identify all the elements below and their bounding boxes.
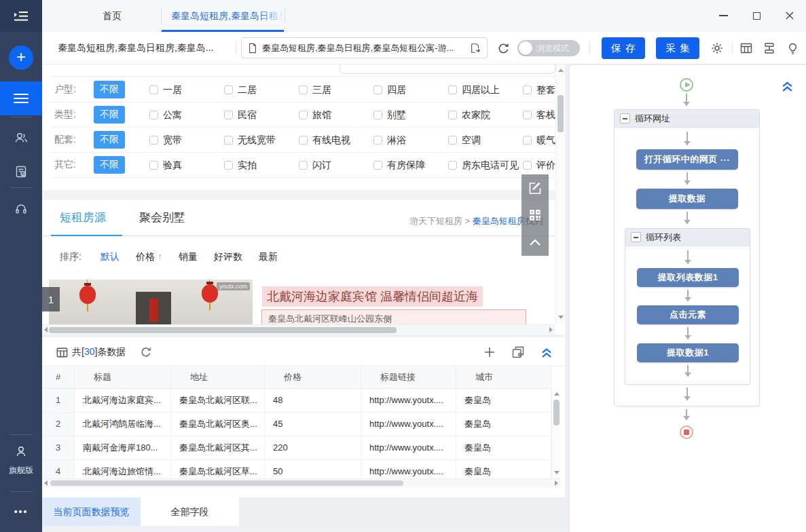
checkbox[interactable] — [224, 111, 233, 119]
sort-option[interactable]: 好评数 — [214, 251, 242, 263]
workflow-end-icon[interactable] — [680, 425, 693, 439]
filter-option[interactable]: 二居 — [224, 77, 299, 102]
collapse-up-button[interactable] — [521, 229, 549, 256]
table-row[interactable]: 4北戴河海边旅馆情...秦皇岛北戴河区草...50http://www.yout… — [42, 460, 551, 478]
webpage-vertical-scrollbar[interactable] — [555, 64, 565, 324]
new-task-button[interactable]: + — [9, 45, 33, 70]
scrollbar-thumb[interactable] — [557, 95, 564, 132]
webpage-horizontal-scrollbar[interactable] — [42, 324, 555, 335]
table-vertical-scrollbar[interactable] — [551, 389, 561, 478]
filter-option[interactable]: 别墅 — [373, 102, 448, 128]
table-horizontal-scrollbar[interactable] — [42, 478, 561, 487]
collapse-sidebar-button[interactable] — [0, 0, 42, 32]
checkbox[interactable] — [299, 111, 308, 119]
qr-code-button[interactable] — [521, 202, 549, 229]
window-close-button[interactable] — [777, 3, 802, 28]
checkbox[interactable] — [523, 161, 532, 170]
data-table-view-button[interactable] — [739, 41, 754, 56]
checkbox[interactable] — [373, 136, 382, 145]
sidebar-item-account[interactable] — [0, 440, 42, 463]
checkbox[interactable] — [448, 86, 457, 94]
filter-option[interactable]: 三居 — [299, 77, 373, 102]
sort-option[interactable]: 最新 — [259, 251, 278, 263]
collapse-step-icon[interactable] — [620, 113, 630, 124]
filter-option[interactable]: 农家院 — [448, 102, 523, 128]
filter-option[interactable]: 暖气 — [523, 128, 557, 153]
filter-option[interactable]: 整套 — [523, 77, 557, 102]
filter-option[interactable]: 一居 — [149, 77, 224, 102]
sidebar-item-team[interactable] — [0, 121, 42, 155]
filter-option[interactable]: 验真 — [149, 153, 224, 178]
sidebar-item-tasks[interactable] — [0, 81, 42, 115]
checkbox[interactable] — [299, 136, 308, 145]
filter-option[interactable]: 闪订 — [299, 153, 373, 178]
filter-option[interactable]: 公寓 — [149, 102, 224, 128]
checkbox[interactable] — [373, 111, 382, 119]
checkbox[interactable] — [448, 161, 457, 170]
filter-option[interactable]: 房东电话可见 — [448, 153, 523, 178]
checkbox[interactable] — [523, 86, 532, 94]
sidebar-item-support[interactable] — [0, 191, 42, 225]
filter-unlimited-button[interactable]: 不限 — [94, 106, 125, 124]
checkbox[interactable] — [224, 86, 233, 94]
webpage-tab-short-rent[interactable]: 短租房源 — [60, 210, 106, 225]
table-row[interactable]: 3南戴河金海岸180...秦皇岛北戴河区其...220http://www.yo… — [42, 436, 551, 460]
tab-all-fields[interactable]: 全部字段 — [141, 497, 239, 526]
workflow-start-icon[interactable] — [680, 78, 693, 92]
save-button[interactable]: 保存 — [602, 37, 645, 59]
step-extract-data[interactable]: 提取数据 — [636, 189, 738, 209]
refresh-data-button[interactable] — [139, 345, 153, 360]
checkbox[interactable] — [448, 136, 457, 145]
filter-unlimited-button[interactable]: 不限 — [94, 131, 125, 149]
collapse-panel-button[interactable] — [539, 345, 554, 360]
url-input[interactable]: 秦皇岛短租房,秦皇岛日租房,秦皇岛短租公寓-游... — [241, 37, 488, 58]
window-maximize-button[interactable] — [744, 3, 769, 28]
checkbox[interactable] — [373, 86, 382, 94]
add-field-button[interactable] — [482, 345, 497, 360]
filter-option[interactable]: 宽带 — [149, 128, 224, 153]
step-open-loop-page[interactable]: 打开循环中的网页··· — [636, 149, 738, 170]
tips-bulb-button[interactable] — [785, 41, 800, 56]
listing-title-selected[interactable]: 北戴河海边家庭宾馆 温馨情侣间超近海 — [262, 286, 483, 307]
filter-option[interactable]: 客栈 — [523, 102, 557, 128]
table-row[interactable]: 2北戴河鸿鹄居临海...秦皇岛北戴河区奥...45http://www.yout… — [42, 413, 551, 436]
collapse-workflow-button[interactable] — [781, 80, 794, 92]
checkbox[interactable] — [299, 86, 308, 94]
checkbox[interactable] — [149, 86, 158, 94]
filter-option[interactable]: 旅馆 — [299, 102, 373, 128]
checkbox[interactable] — [149, 161, 158, 170]
webpage-tab-party-villa[interactable]: 聚会别墅 — [139, 210, 185, 225]
filter-option[interactable]: 无线宽带 — [224, 128, 299, 153]
checkbox[interactable] — [149, 111, 158, 119]
tab-home[interactable]: 首页 — [85, 0, 139, 32]
more-menu-button[interactable]: ••• — [0, 506, 42, 517]
filter-option[interactable]: 空调 — [448, 128, 523, 153]
window-minimize-button[interactable] — [711, 3, 735, 28]
scrollbar-thumb[interactable] — [553, 400, 560, 425]
step-click-element[interactable]: 点击元素 — [637, 305, 739, 324]
checkbox[interactable] — [373, 161, 382, 170]
checkbox[interactable] — [523, 111, 532, 119]
breadcrumb-current[interactable]: 秦皇岛短租房 — [473, 216, 526, 226]
filter-option[interactable]: 有线电视 — [299, 128, 373, 153]
filter-unlimited-button[interactable]: 不限 — [94, 156, 125, 174]
filter-option[interactable]: 四居 — [373, 77, 448, 102]
sort-option[interactable]: 价格 ↑ — [136, 251, 162, 263]
scrollbar-thumb[interactable] — [49, 327, 397, 333]
settings-gear-button[interactable] — [710, 41, 725, 56]
filter-option[interactable]: 淋浴 — [373, 128, 448, 153]
filter-unlimited-button[interactable]: 不限 — [94, 81, 125, 98]
more-options[interactable]: ··· — [720, 155, 731, 165]
loop-url-container[interactable]: 循环网址 打开循环中的网页··· 提取数据 循环列表 提取列表数据1 点击元素 — [614, 109, 760, 406]
filter-option[interactable]: 四居以上 — [448, 77, 523, 102]
tab-task-active[interactable]: 秦皇岛短租房,秦皇岛日租房,秦皇岛 — [162, 0, 284, 32]
sidebar-item-docs[interactable] — [0, 155, 42, 189]
refresh-page-button[interactable] — [496, 41, 511, 56]
checkbox[interactable] — [149, 136, 158, 145]
checkbox[interactable] — [224, 161, 233, 170]
checkbox[interactable] — [523, 136, 532, 145]
export-settings-button[interactable] — [511, 345, 526, 360]
collect-button[interactable]: 采集 — [656, 37, 699, 59]
browse-mode-toggle[interactable]: 浏览模式 — [517, 40, 580, 56]
filter-option[interactable]: 民宿 — [224, 102, 299, 128]
